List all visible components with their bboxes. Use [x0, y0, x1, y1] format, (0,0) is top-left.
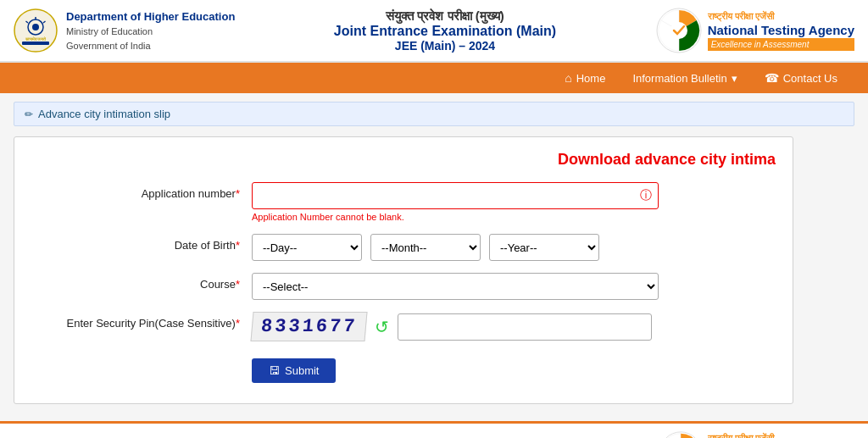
dob-row: Date of Birth* --Day-- --Month-- --Year-…: [31, 234, 776, 261]
app-number-row: Application number* ⓘ Application Number…: [31, 182, 776, 222]
dob-selects: --Day-- --Month-- --Year--: [252, 234, 776, 261]
page-header: सत्यमेव जयते Department of Higher Educat…: [0, 0, 868, 63]
dob-month-select[interactable]: --Month--: [370, 234, 481, 261]
nav-contact-label: Contact Us: [783, 72, 837, 85]
content-area: ✏ Advance city intimation slip Download …: [0, 93, 868, 421]
nav-info-bulletin[interactable]: Information Bulletin ▾: [619, 63, 750, 93]
footer-nta-hindi: राष्ट्रीय परीक्षा एजेंसी: [708, 432, 854, 438]
svg-text:सत्यमेव जयते: सत्यमेव जयते: [25, 36, 47, 42]
app-number-label: Application number*: [31, 182, 252, 200]
submit-label: Submit: [285, 364, 319, 377]
header-center: संयुक्त प्रवेश परीक्षा (मुख्य) Joint Ent…: [235, 8, 654, 53]
nta-tagline: Excellence in Assessment: [708, 38, 854, 51]
submit-icon: 🖫: [269, 364, 280, 377]
refresh-captcha-icon[interactable]: ↺: [375, 317, 389, 337]
captcha-image: 8331677: [250, 312, 367, 341]
breadcrumb-text: Advance city intimation slip: [38, 108, 170, 120]
submit-button[interactable]: 🖫 Submit: [252, 358, 336, 383]
nav-contact[interactable]: ☎ Contact Us: [751, 63, 851, 93]
form-title: Download advance city intima: [558, 151, 776, 168]
title-sub: JEE (Main) – 2024: [235, 39, 654, 53]
nav-home[interactable]: ⌂ Home: [551, 63, 619, 93]
dept-line1: Ministry of Education: [66, 25, 235, 39]
dept-info: Department of Higher Education Ministry …: [66, 8, 235, 53]
header-left: सत्यमेव जयते Department of Higher Educat…: [14, 8, 235, 53]
nav-info-label: Information Bulletin: [632, 72, 726, 85]
security-pin-label: Enter Security Pin(Case Sensitive)*: [31, 312, 252, 330]
navbar: ⌂ Home Information Bulletin ▾ ☎ Contact …: [0, 63, 868, 93]
title-hindi: संयुक्त प्रवेश परीक्षा (मुख्य): [235, 8, 654, 24]
footer-nta-logo: राष्ट्रीय परीक्षा एजेंसी National Testin…: [659, 430, 854, 438]
dob-fields-wrap: --Day-- --Month-- --Year--: [252, 234, 776, 261]
warning-icon: ⓘ: [640, 188, 652, 203]
form-card: Download advance city intima Application…: [14, 136, 793, 404]
dob-label: Date of Birth*: [31, 234, 252, 252]
nta-text-block: राष्ट्रीय परीक्षा एजेंसी National Testin…: [708, 10, 854, 52]
svg-point-2: [32, 24, 39, 30]
home-icon: ⌂: [565, 71, 571, 85]
footer-nta-logo-icon: [659, 430, 703, 438]
dept-line2: Government of India: [66, 39, 235, 53]
svg-rect-7: [22, 42, 49, 45]
app-number-fields: ⓘ Application Number cannot be blank.: [252, 182, 776, 222]
dob-year-select[interactable]: --Year--: [489, 234, 599, 261]
title-english: Joint Entrance Examination (Main): [235, 24, 654, 39]
app-number-input[interactable]: [252, 182, 659, 209]
nta-hindi-text: राष्ट्रीय परीक्षा एजेंसी: [708, 10, 854, 22]
edit-icon: ✏: [25, 108, 33, 120]
nta-logo-icon: [655, 7, 703, 54]
submit-row: 🖫 Submit: [31, 358, 776, 383]
security-pin-input[interactable]: [398, 313, 652, 341]
phone-icon: ☎: [765, 71, 779, 85]
govt-emblem-icon: सत्यमेव जयते: [14, 8, 58, 53]
page-footer: राष्ट्रीय परीक्षा एजेंसी National Testin…: [0, 421, 868, 438]
dept-name: Department of Higher Education: [66, 10, 235, 23]
app-number-input-wrap: ⓘ: [252, 182, 659, 209]
course-row: Course* --Select--: [31, 273, 776, 300]
footer-nta-text: राष्ट्रीय परीक्षा एजेंसी National Testin…: [708, 432, 854, 438]
form-title-row: Download advance city intima: [31, 151, 776, 169]
chevron-down-icon: ▾: [732, 72, 737, 85]
dob-day-select[interactable]: --Day--: [252, 234, 362, 261]
security-pin-row: Enter Security Pin(Case Sensitive)* 8331…: [31, 312, 776, 341]
nav-home-label: Home: [576, 72, 606, 85]
nta-logo: राष्ट्रीय परीक्षा एजेंसी National Testin…: [655, 7, 854, 54]
security-pin-fields: 8331677 ↺: [252, 312, 776, 341]
course-label: Course*: [31, 273, 252, 291]
security-row: 8331677 ↺: [252, 312, 776, 341]
breadcrumb: ✏ Advance city intimation slip: [14, 102, 854, 126]
nta-name-text: National Testing Agency: [708, 22, 854, 39]
header-right: राष्ट्रीय परीक्षा एजेंसी National Testin…: [655, 7, 854, 54]
course-fields: --Select--: [252, 273, 776, 300]
course-select[interactable]: --Select--: [252, 273, 659, 300]
app-number-error: Application Number cannot be blank.: [252, 212, 776, 222]
